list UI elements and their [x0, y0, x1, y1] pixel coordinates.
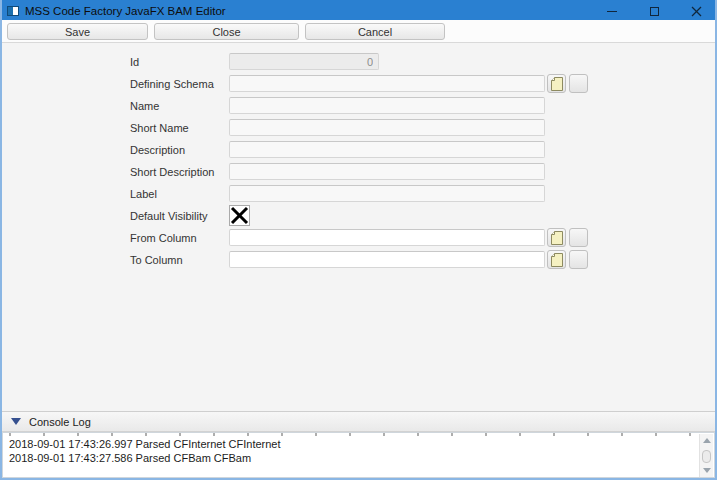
checkbox-default-visibility[interactable]	[229, 205, 250, 226]
field-input-short-name[interactable]	[229, 119, 545, 136]
document-note-icon	[551, 77, 563, 91]
field-input-label[interactable]	[229, 185, 545, 202]
clear-from-column-button[interactable]	[569, 228, 588, 247]
field-label-label: Label	[130, 188, 157, 200]
form: IdDefining SchemaNameShort NameDescripti…	[2, 43, 715, 409]
clear-defining-schema-button[interactable]	[569, 74, 588, 93]
form-row-description: Description	[2, 141, 715, 163]
log-line: 2018-09-01 17:43:27.586 Parsed CFBam CFB…	[9, 451, 714, 465]
scroll-up-icon[interactable]	[703, 438, 711, 443]
save-button[interactable]: Save	[7, 23, 148, 40]
field-label-to-column: To Column	[130, 254, 183, 266]
field-input-name[interactable]	[229, 97, 545, 114]
field-input-description[interactable]	[229, 141, 545, 158]
field-label-id: Id	[130, 56, 139, 68]
field-input-to-column[interactable]	[229, 251, 545, 268]
form-row-short-description: Short Description	[2, 163, 715, 185]
pick-from-column-button[interactable]	[547, 228, 566, 247]
field-input-defining-schema[interactable]	[229, 75, 545, 92]
app-window: MSS Code Factory JavaFX BAM Editor Save …	[0, 0, 717, 480]
field-label-short-description: Short Description	[130, 166, 214, 178]
field-label-short-name: Short Name	[130, 122, 189, 134]
console-log-header[interactable]: Console Log	[2, 411, 715, 432]
close-icon	[691, 6, 702, 17]
console-log-output: 2018-09-01 17:43:26.997 Parsed CFInterne…	[2, 432, 715, 478]
close-button[interactable]	[675, 0, 717, 22]
form-row-name: Name	[2, 97, 715, 119]
checkbox-x-icon	[230, 206, 249, 225]
form-row-short-name: Short Name	[2, 119, 715, 141]
minimize-button[interactable]	[591, 0, 633, 22]
field-label-name: Name	[130, 100, 159, 112]
field-label-defining-schema: Defining Schema	[130, 78, 214, 90]
scroll-down-icon[interactable]	[703, 468, 711, 473]
titlebar: MSS Code Factory JavaFX BAM Editor	[0, 0, 717, 22]
form-row-defining-schema: Defining Schema	[2, 75, 715, 97]
document-note-icon	[551, 253, 563, 267]
console-scrollbar[interactable]	[699, 434, 713, 477]
toolbar: Save Close Cancel	[2, 20, 715, 43]
clipped-log-line	[9, 433, 704, 436]
form-row-label: Label	[2, 185, 715, 207]
document-note-icon	[551, 231, 563, 245]
field-input-id	[229, 53, 379, 70]
field-label-description: Description	[130, 144, 185, 156]
form-row-id: Id	[2, 53, 715, 75]
window-controls	[591, 0, 717, 22]
log-lines: 2018-09-01 17:43:26.997 Parsed CFInterne…	[3, 437, 714, 465]
field-input-from-column[interactable]	[229, 229, 545, 246]
form-row-default-visibility: Default Visibility	[2, 207, 715, 229]
field-input-short-description[interactable]	[229, 163, 545, 180]
minimize-icon	[607, 11, 617, 12]
pick-defining-schema-button[interactable]	[547, 74, 566, 93]
close-button-toolbar[interactable]: Close	[154, 23, 299, 40]
clear-to-column-button[interactable]	[569, 250, 588, 269]
scrollbar-thumb[interactable]	[702, 450, 711, 463]
log-line: 2018-09-01 17:43:26.997 Parsed CFInterne…	[9, 437, 714, 451]
form-row-from-column: From Column	[2, 229, 715, 251]
cancel-button[interactable]: Cancel	[305, 23, 445, 40]
maximize-icon	[650, 7, 659, 16]
field-label-from-column: From Column	[130, 232, 197, 244]
collapse-triangle-icon[interactable]	[11, 418, 21, 425]
maximize-button[interactable]	[633, 0, 675, 22]
window-title: MSS Code Factory JavaFX BAM Editor	[25, 5, 226, 17]
pick-to-column-button[interactable]	[547, 250, 566, 269]
app-icon	[7, 6, 19, 16]
field-label-default-visibility: Default Visibility	[130, 210, 207, 222]
form-row-to-column: To Column	[2, 251, 715, 273]
console-log-title: Console Log	[29, 416, 91, 428]
